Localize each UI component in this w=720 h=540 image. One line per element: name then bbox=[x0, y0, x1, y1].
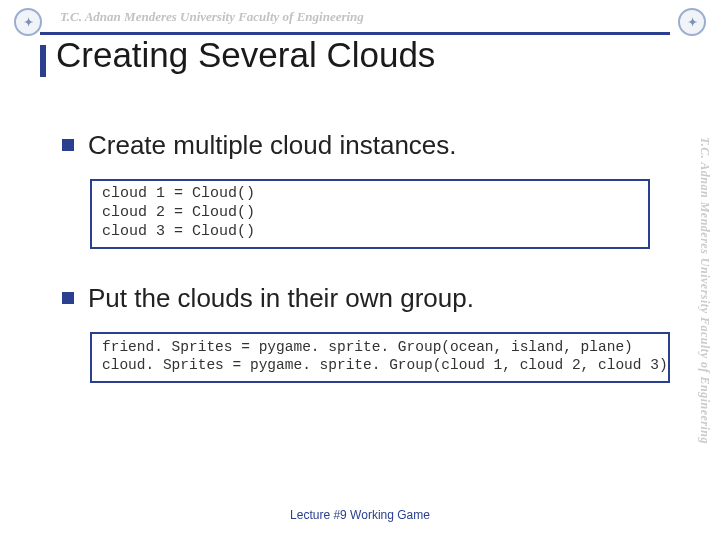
watermark-top-text: T.C. Adnan Menderes University Faculty o… bbox=[60, 9, 364, 25]
watermark-side: T.C. Adnan Menderes University Faculty o… bbox=[688, 60, 712, 520]
title-bar: Creating Several Clouds bbox=[40, 32, 670, 75]
code-block: cloud 1 = Cloud() cloud 2 = Cloud() clou… bbox=[90, 179, 650, 249]
slide: ✦ ✦ T.C. Adnan Menderes University Facul… bbox=[0, 0, 720, 540]
title-accent-icon bbox=[40, 45, 46, 77]
university-logo-icon: ✦ bbox=[14, 8, 42, 36]
code-block: friend. Sprites = pygame. sprite. Group(… bbox=[90, 332, 670, 382]
square-bullet-icon bbox=[62, 139, 74, 151]
content-area: Create multiple cloud instances. cloud 1… bbox=[62, 130, 650, 417]
bullet-text: Create multiple cloud instances. bbox=[88, 130, 457, 161]
logo-left: ✦ bbox=[14, 8, 42, 36]
bullet-text: Put the clouds in their own group. bbox=[88, 283, 474, 314]
bullet-item: Put the clouds in their own group. bbox=[62, 283, 650, 314]
square-bullet-icon bbox=[62, 292, 74, 304]
page-title: Creating Several Clouds bbox=[40, 35, 670, 75]
logo-right: ✦ bbox=[678, 8, 706, 36]
footer-text: Lecture #9 Working Game bbox=[0, 508, 720, 522]
university-logo-icon: ✦ bbox=[678, 8, 706, 36]
bullet-item: Create multiple cloud instances. bbox=[62, 130, 650, 161]
watermark-top: T.C. Adnan Menderes University Faculty o… bbox=[0, 6, 720, 28]
